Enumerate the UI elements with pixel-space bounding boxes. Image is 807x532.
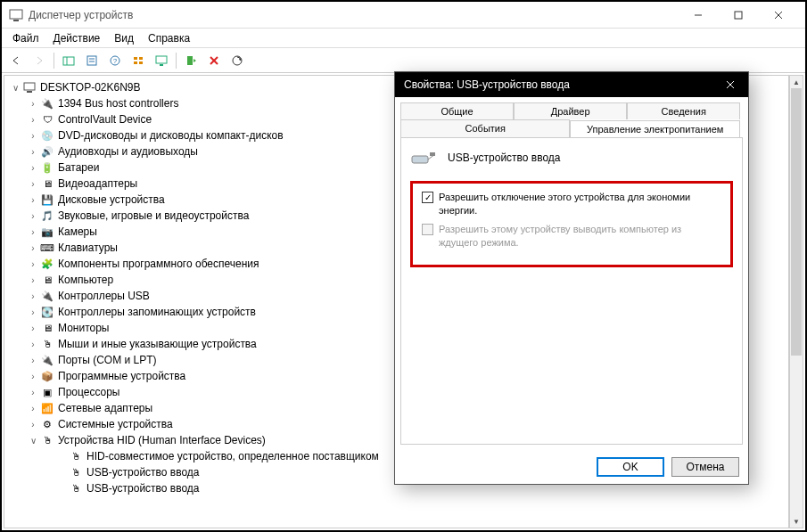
audio-icon: 🔊 (40, 144, 54, 159)
chevron-right-icon[interactable]: › (26, 227, 40, 237)
monitor-icon: 🖥 (40, 321, 54, 335)
toolbar: ? (2, 48, 805, 73)
sound-icon: 🎵 (40, 209, 54, 223)
svg-rect-24 (27, 91, 32, 93)
properties-icon[interactable] (81, 51, 103, 70)
mouse-icon: 🖱 (40, 337, 54, 351)
chevron-right-icon[interactable]: › (26, 372, 40, 381)
svg-rect-0 (10, 10, 22, 19)
allow-wake-checkbox (422, 224, 433, 235)
chevron-right-icon[interactable]: › (26, 179, 40, 189)
uninstall-icon[interactable] (203, 51, 225, 70)
tab-details[interactable]: Сведения (627, 102, 740, 119)
menu-file[interactable]: Файл (5, 30, 46, 46)
chevron-right-icon[interactable]: › (26, 131, 40, 141)
minimize-button[interactable] (678, 2, 718, 29)
close-button[interactable] (758, 2, 798, 29)
tab-events[interactable]: События (400, 119, 570, 137)
scan-icon[interactable] (226, 51, 248, 70)
tab-driver[interactable]: Драйвер (514, 102, 627, 119)
keyboard-icon: ⌨ (40, 241, 54, 255)
help-icon[interactable]: ? (104, 51, 126, 70)
chevron-right-icon[interactable]: › (26, 323, 40, 333)
chevron-down-icon[interactable]: ∨ (26, 436, 40, 446)
allow-power-off-label: Разрешить отключение этого устройства дл… (439, 191, 721, 217)
chevron-right-icon[interactable]: › (26, 243, 40, 253)
allow-power-off-checkbox[interactable] (422, 192, 433, 203)
main-titlebar: Диспетчер устройств (2, 2, 805, 29)
chevron-right-icon[interactable]: › (26, 356, 40, 365)
network-icon: 📶 (40, 401, 54, 415)
forward-button[interactable] (29, 51, 50, 70)
dialog-title: Свойства: USB-устройство ввода (404, 78, 712, 91)
menu-help[interactable]: Справка (141, 30, 197, 46)
menu-view[interactable]: Вид (107, 30, 141, 46)
chevron-down-icon[interactable]: ∨ (8, 83, 22, 93)
tab-general[interactable]: Общие (400, 102, 514, 119)
dialog-close-button[interactable] (712, 72, 748, 97)
disk-icon: 💾 (40, 192, 54, 207)
storage-icon: 💽 (40, 305, 54, 319)
menu-action[interactable]: Действие (46, 30, 108, 46)
display-icon: 🖥 (40, 176, 54, 191)
hid-device-icon: 🖱 (69, 449, 83, 463)
port-icon: 🔌 (40, 353, 54, 367)
monitor-icon[interactable] (151, 51, 172, 70)
svg-rect-16 (139, 61, 143, 64)
tab-power-management[interactable]: Управление электропитанием (570, 120, 739, 138)
chevron-right-icon[interactable]: › (26, 420, 40, 430)
chevron-right-icon[interactable]: › (26, 211, 40, 221)
maximize-button[interactable] (718, 2, 758, 29)
scroll-up-icon[interactable]: ▲ (790, 76, 803, 88)
svg-rect-17 (156, 56, 167, 63)
computer-icon: 🖥 (40, 273, 54, 287)
svg-rect-8 (87, 56, 96, 65)
svg-rect-3 (735, 12, 742, 19)
camera-icon: 📷 (40, 225, 54, 239)
scroll-down-icon[interactable]: ▼ (790, 515, 803, 528)
vertical-scrollbar[interactable]: ▲ ▼ (789, 75, 803, 528)
svg-text:?: ? (113, 57, 118, 65)
chevron-right-icon[interactable]: › (26, 147, 40, 157)
software-icon: 🧩 (40, 257, 54, 271)
hid-device-icon: 🖱 (69, 481, 83, 495)
chevron-right-icon[interactable]: › (26, 307, 40, 317)
software-icon: 📦 (40, 369, 54, 383)
view-icon[interactable] (128, 51, 149, 70)
chevron-right-icon[interactable]: › (26, 163, 40, 173)
scroll-thumb[interactable] (791, 88, 802, 356)
svg-rect-19 (187, 56, 193, 65)
chevron-right-icon[interactable]: › (26, 115, 40, 125)
chevron-right-icon[interactable]: › (26, 340, 40, 349)
chevron-right-icon[interactable]: › (26, 195, 40, 205)
back-button[interactable] (5, 51, 27, 70)
device-icon: 🛡 (40, 112, 54, 127)
svg-rect-27 (412, 156, 428, 163)
enable-icon[interactable] (180, 51, 202, 70)
highlighted-options: Разрешить отключение этого устройства дл… (410, 181, 733, 267)
dialog-titlebar[interactable]: Свойства: USB-устройство ввода (395, 72, 748, 97)
device-icon: 🔌 (40, 96, 54, 110)
svg-rect-1 (13, 20, 19, 21)
chevron-right-icon[interactable]: › (26, 99, 40, 109)
window-title: Диспетчер устройств (29, 9, 678, 21)
disc-icon: 💿 (40, 128, 54, 143)
svg-rect-28 (430, 152, 435, 156)
battery-icon: 🔋 (40, 160, 54, 175)
cancel-button[interactable]: Отмена (671, 457, 739, 477)
ok-button[interactable]: OK (597, 457, 664, 477)
svg-rect-6 (63, 57, 74, 65)
chevron-right-icon[interactable]: › (26, 404, 40, 413)
chevron-right-icon[interactable]: › (26, 291, 40, 301)
svg-rect-15 (134, 61, 137, 64)
dialog-button-row: OK Отмена (395, 450, 748, 484)
tab-content-power: USB-устройство ввода Разрешить отключени… (400, 137, 743, 445)
svg-rect-23 (24, 83, 35, 90)
chevron-right-icon[interactable]: › (26, 388, 40, 397)
dialog-tabs: Общие Драйвер Сведения События Управлени… (400, 102, 743, 137)
show-hidden-icon[interactable] (58, 51, 79, 70)
chevron-right-icon[interactable]: › (26, 275, 40, 285)
device-name-label: USB-устройство ввода (448, 151, 561, 164)
menu-bar: Файл Действие Вид Справка (2, 29, 805, 48)
chevron-right-icon[interactable]: › (26, 259, 40, 269)
